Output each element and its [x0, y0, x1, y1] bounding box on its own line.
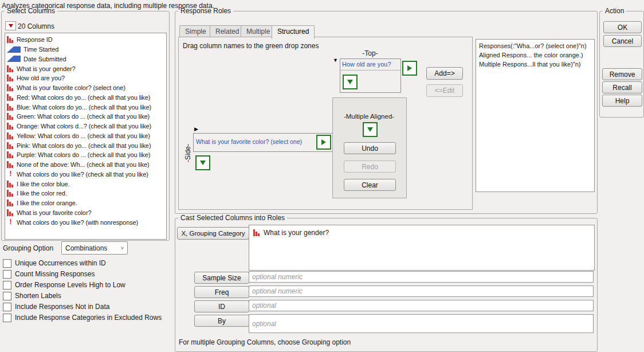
- columns-disclosure-button[interactable]: [5, 21, 16, 30]
- freq-input[interactable]: [249, 285, 594, 297]
- column-list-item[interactable]: Time Started: [5, 45, 166, 54]
- column-label: Orange: What colors d...? (check all tha…: [17, 123, 151, 130]
- column-label: Response ID: [17, 36, 53, 43]
- response-entry[interactable]: Multiple Respons...ll that you like)"n): [476, 60, 594, 69]
- nominal-column-icon: [7, 151, 14, 158]
- column-list-item[interactable]: What colors do you like? (check all that…: [5, 170, 166, 179]
- top-play-button[interactable]: [402, 61, 417, 76]
- tab-multiple[interactable]: Multiple: [241, 25, 276, 38]
- by-input[interactable]: [249, 314, 594, 333]
- column-label: I like the color orange.: [17, 200, 77, 206]
- column-list-item[interactable]: None of the above: Wh... (check all that…: [5, 160, 166, 170]
- x-grouping-category-button[interactable]: X, Grouping Category: [177, 227, 249, 240]
- side-drop-zone[interactable]: [195, 155, 210, 170]
- nominal-column-icon: [7, 200, 14, 206]
- column-list-item[interactable]: What is your favorite color?: [5, 208, 166, 218]
- checkbox[interactable]: [3, 314, 11, 322]
- column-list-item[interactable]: How old are you?: [5, 73, 166, 83]
- top-drop-zone[interactable]: [343, 75, 358, 89]
- sample-size-button[interactable]: Sample Size: [194, 272, 249, 284]
- top-disclosure-triangle-icon[interactable]: ▼: [333, 58, 338, 63]
- checkbox-row-include-responses[interactable]: Include Responses Not in Data: [3, 302, 109, 311]
- multiple-aligned-label: -Multiple Aligned-: [332, 113, 406, 120]
- remove-button[interactable]: Remove: [602, 68, 642, 80]
- sample-size-input[interactable]: [249, 271, 594, 283]
- response-entry[interactable]: Responses(:"Wha...or? (select one)"n): [476, 41, 594, 50]
- checkbox-row-order-response[interactable]: Order Response Levels High to Low: [3, 280, 125, 290]
- checkbox-label: Shorten Labels: [15, 292, 61, 300]
- column-list-item[interactable]: Purple: What colors do ... (check all th…: [5, 150, 166, 160]
- checkbox-row-shorten-labels[interactable]: Shorten Labels: [3, 291, 61, 300]
- column-label: How old are you?: [17, 75, 65, 81]
- cast-roles-title: Cast Selected Columns into Roles: [178, 214, 287, 222]
- nominal-column-icon: [7, 161, 14, 168]
- nominal-column-icon: [7, 123, 14, 130]
- clear-button[interactable]: Clear: [344, 179, 396, 191]
- grouping-category-value[interactable]: What is your gender?: [264, 229, 329, 237]
- column-label: I like the color red.: [17, 190, 67, 197]
- side-zone-label: -Side-: [184, 131, 192, 162]
- tab-simple[interactable]: Simple: [179, 25, 212, 38]
- side-column-value[interactable]: What is your favorite color? (select one…: [196, 138, 302, 145]
- checkbox[interactable]: [3, 270, 11, 279]
- column-list-item[interactable]: Blue: What colors do yo... (check all th…: [5, 102, 166, 112]
- freq-button[interactable]: Freq: [194, 286, 249, 298]
- nominal-column-icon: [7, 104, 14, 111]
- checkbox[interactable]: [3, 292, 11, 300]
- tab-structured[interactable]: Structured: [272, 25, 315, 39]
- column-list-item[interactable]: Date Submitted: [5, 54, 166, 64]
- column-list-item[interactable]: Orange: What colors d...? (check all tha…: [5, 122, 166, 131]
- multiple-response-icon: [7, 170, 14, 178]
- responses-list[interactable]: Responses(:"Wha...or? (select one)"n) Al…: [476, 39, 595, 192]
- column-list-item[interactable]: What colors do you like? (with nonrespon…: [5, 217, 166, 227]
- grouping-category-box[interactable]: What is your gender?: [249, 225, 595, 271]
- grouping-option-select[interactable]: Combinations ˅: [61, 241, 128, 255]
- side-play-button[interactable]: [316, 135, 331, 150]
- column-list-item[interactable]: What is your gender?: [5, 64, 166, 73]
- column-list-item[interactable]: Green: What colors do ... (check all tha…: [5, 112, 166, 122]
- checkbox-row-include-excluded[interactable]: Include Response Categories in Excluded …: [3, 313, 162, 322]
- checkbox[interactable]: [3, 303, 11, 311]
- top-zone-label: -Top-: [340, 49, 400, 57]
- column-list-item[interactable]: I like the color orange.: [5, 198, 166, 208]
- nominal-column-icon: [7, 132, 14, 139]
- nominal-column-icon: [253, 229, 261, 236]
- green-triangle-down-icon: [347, 80, 353, 84]
- column-list-item[interactable]: Response ID: [5, 35, 166, 45]
- column-list-item[interactable]: Yellow: What colors do ... (check all th…: [5, 131, 166, 141]
- column-label: What colors do you like? (with nonrespon…: [17, 219, 138, 226]
- action-title: Action: [603, 7, 626, 15]
- column-list-item[interactable]: Pink: What colors do yo... (check all th…: [5, 140, 166, 150]
- column-list-item[interactable]: What is your favorite color? (select one…: [5, 83, 166, 93]
- continuous-column-icon: [7, 56, 21, 62]
- column-list-item[interactable]: I like the color red.: [5, 189, 166, 198]
- column-list-item[interactable]: Red: What colors do yo... (check all tha…: [5, 93, 166, 103]
- multiple-aligned-drop-zone[interactable]: [363, 122, 378, 137]
- checkbox-label: Unique Occurrences within ID: [15, 259, 106, 267]
- red-triangle-icon: [9, 24, 13, 28]
- id-button[interactable]: ID: [194, 300, 249, 312]
- side-column-box[interactable]: What is your favorite color? (select one…: [193, 133, 333, 152]
- chevron-down-icon: ˅: [121, 245, 124, 251]
- by-button[interactable]: By: [194, 315, 249, 327]
- top-column-value[interactable]: How old are you?: [340, 59, 400, 71]
- help-button[interactable]: Help: [602, 95, 642, 107]
- checkbox-row-unique-occurrences[interactable]: Unique Occurrences within ID: [3, 259, 106, 268]
- undo-button[interactable]: Undo: [344, 142, 396, 154]
- ok-button[interactable]: OK: [603, 21, 642, 33]
- cancel-button[interactable]: Cancel: [603, 35, 642, 47]
- top-column-box[interactable]: How old are you?: [340, 58, 401, 93]
- response-entry[interactable]: Aligned Respons... the color orange.): [476, 50, 594, 60]
- checkbox[interactable]: [3, 281, 11, 290]
- multiple-response-icon: [7, 218, 14, 226]
- column-label: What colors do you like? (check all that…: [17, 171, 148, 178]
- checkbox[interactable]: [3, 259, 11, 268]
- column-list[interactable]: Response ID Time Started Date Submitted …: [5, 33, 167, 240]
- column-list-item[interactable]: I like the color blue.: [5, 179, 166, 189]
- add-button[interactable]: Add=>: [426, 67, 463, 80]
- checkbox-row-count-missing[interactable]: Count Missing Responses: [3, 269, 95, 279]
- recall-button[interactable]: Recall: [602, 81, 642, 93]
- side-disclosure-triangle-icon[interactable]: ▶: [194, 127, 198, 132]
- tab-related[interactable]: Related: [210, 25, 245, 38]
- id-input[interactable]: [249, 300, 594, 311]
